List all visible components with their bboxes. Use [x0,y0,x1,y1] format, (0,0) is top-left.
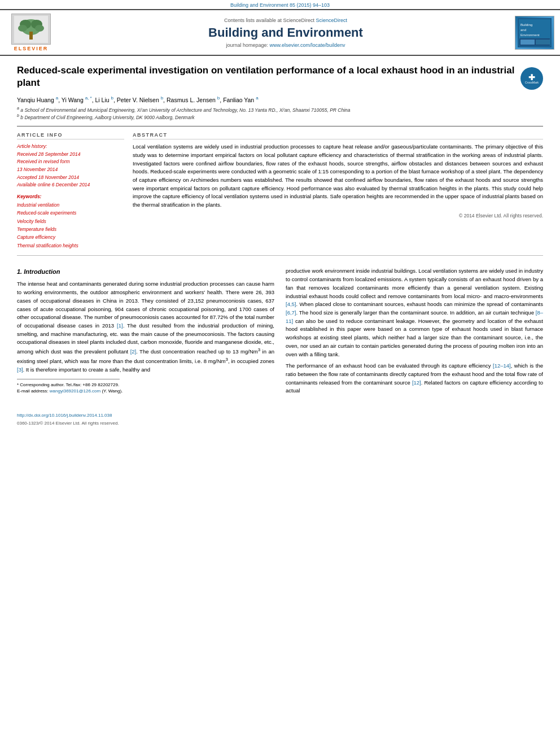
affil-a-star: a, * [85,95,92,101]
author-rasmus: Rasmus L. Jensen [167,97,216,103]
author-fanliao: Fanliao Yan [223,97,254,103]
affil-b-3: b [217,95,220,101]
journal-citation-text: Building and Environment 85 (2015) 94–10… [230,2,330,8]
elsevier-logo: ELSEVIER [6,14,56,51]
affil-b-1: b [111,95,113,101]
affil-a-2: a [256,95,258,101]
section1-title-text: Introduction [24,268,60,275]
ref-12-14[interactable]: [12–14] [493,362,511,369]
affiliation-a: a a School of Environmental and Municipa… [17,106,543,113]
history-revised-date: 13 November 2014 [17,166,124,174]
author-yanqiu: Yanqiu Huang [17,97,54,103]
ref-1[interactable]: [1] [117,322,123,329]
abstract-text: Local ventilation systems are widely use… [133,143,543,209]
ref-4-5[interactable]: [4,5] [286,301,296,307]
body-left-col: 1. Introduction The intense heat and con… [17,267,274,399]
ref-3[interactable]: [3] [17,366,23,373]
article-title: Reduced-scale experimental investigation… [17,64,515,89]
author-li-liu: Li Liu [95,97,110,103]
intro-para-1: The intense heat and contaminants genera… [17,280,274,374]
affil-b-2: b [161,95,163,101]
copyright-line: © 2014 Elsevier Ltd. All rights reserved… [133,213,543,219]
author-peter: Peter V. Nielsen [117,97,159,103]
body-right-col: productive work environment inside indus… [286,267,543,399]
article-title-section: Reduced-scale experimental investigation… [17,64,543,90]
article-container: Reduced-scale experimental investigation… [0,56,560,267]
keywords-section: Keywords: Industrial ventilation Reduced… [17,194,124,250]
history-accepted: Accepted 18 November 2014 [17,174,124,182]
journal-citation-bar: Building and Environment 85 (2015) 94–10… [0,0,560,9]
keywords-label: Keywords: [17,194,124,199]
body-content: 1. Introduction The intense heat and con… [0,267,560,407]
footer-issn: 0360-1323/© 2014 Elsevier Ltd. All right… [17,421,543,426]
history-revised-label: Received in revised form [17,158,124,166]
footer-bar: http://dx.doi.org/10.1016/j.buildenv.201… [0,413,560,426]
footnote-email: E-mail address: wangyi369201@126.com (Y.… [17,388,274,394]
journal-title: Building and Environment [62,25,509,40]
svg-text:Building: Building [520,23,532,27]
keywords-list: Industrial ventilation Reduced-scale exp… [17,201,124,250]
ref-6-7[interactable]: [6,7] [286,309,296,316]
journal-header: ELSEVIER Contents lists available at Sci… [0,9,560,56]
journal-homepage: journal homepage: www.elsevier.com/locat… [62,42,509,48]
footnote-corresponding: * Corresponding author. Tel./fax: +86 29… [17,382,274,388]
article-info-abstract-section: ARTICLE INFO Article history: Received 2… [17,132,543,250]
svg-rect-4 [29,32,33,40]
body-two-col: 1. Introduction The intense heat and con… [17,267,543,399]
abstract-column: ABSTRACT Local ventilation systems are w… [133,132,543,250]
svg-rect-13 [520,40,535,45]
sciencedirect-link[interactable]: ScienceDirect [316,18,348,23]
journal-header-center: Contents lists available at ScienceDirec… [62,18,509,48]
keyword-4: Temperature fields [17,225,124,233]
crossmark-cross: ✚ [528,73,535,81]
journal-thumbnail: Building and Environment [515,16,554,50]
keyword-5: Capture efficiency [17,233,124,241]
divider-thick [17,126,543,126]
affiliation-b: b b Department of Civil Engineering, Aal… [17,113,543,120]
svg-text:Environment: Environment [520,33,540,37]
email-link[interactable]: wangyi369201@126.com [50,388,100,394]
elsevier-tree-image [11,14,51,45]
keyword-1: Industrial ventilation [17,201,124,209]
divider-light-1 [17,255,543,256]
svg-text:and: and [520,28,526,32]
ref-2[interactable]: [2] [130,348,137,355]
footer-doi[interactable]: http://dx.doi.org/10.1016/j.buildenv.201… [17,413,543,418]
svg-rect-14 [536,40,550,45]
ref-8-11[interactable]: [8–11] [286,309,543,324]
keyword-2: Reduced-scale experiments [17,209,124,217]
svg-point-6 [35,25,44,32]
right-para-2: The performance of an exhaust hood can b… [286,362,543,395]
history-online: Available online 6 December 2014 [17,181,124,189]
author-yi-wang: Yi Wang [62,97,84,103]
svg-point-5 [18,25,27,32]
ref-12-b[interactable]: [12] [412,379,421,386]
history-label: Article history: [17,143,124,151]
affil-a-1: a [56,95,58,101]
article-info-header: ARTICLE INFO [17,132,124,139]
history-received: Received 28 September 2014 [17,151,124,159]
keyword-6: Thermal stratification heights [17,242,124,250]
right-para-1: productive work environment inside indus… [286,267,543,359]
authors-line: Yanqiu Huang a, Yi Wang a, *, Li Liu b, … [17,95,543,103]
article-info-column: ARTICLE INFO Article history: Received 2… [17,132,124,250]
section1-title: 1. Introduction [17,267,274,277]
elsevier-name: ELSEVIER [14,46,49,51]
crossmark-badge[interactable]: ✚ CrossMark [520,67,543,90]
sciencedirect-line: Contents lists available at ScienceDirec… [62,18,509,23]
crossmark-label: CrossMark [525,81,539,84]
keyword-3: Velocity fields [17,217,124,225]
abstract-header: ABSTRACT [133,132,543,139]
footnote-divider [17,379,120,379]
homepage-link[interactable]: www.elsevier.com/locate/buildenv [270,42,345,48]
article-history: Article history: Received 28 September 2… [17,143,124,189]
